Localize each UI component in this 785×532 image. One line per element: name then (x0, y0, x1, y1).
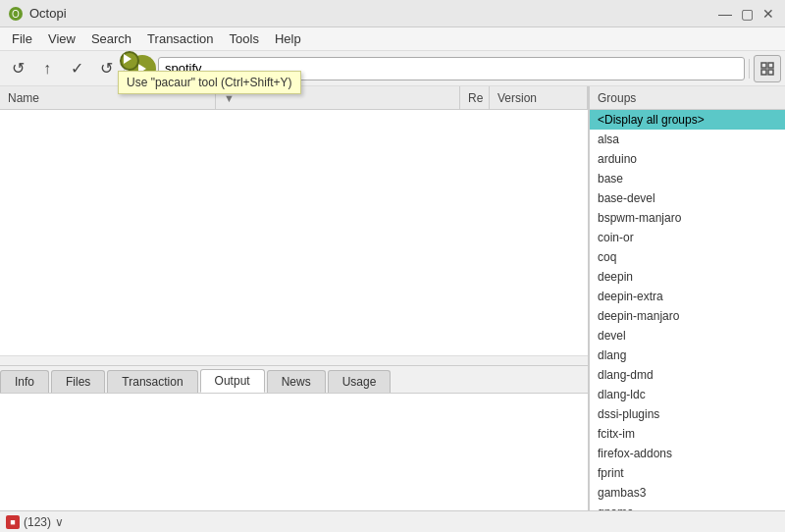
apply-button[interactable]: ✓ (63, 55, 90, 82)
groups-panel: Groups <Display all groups>alsaarduinoba… (589, 86, 785, 510)
play-icon-overlay (122, 53, 133, 65)
tab-transaction[interactable]: Transaction (107, 370, 197, 393)
group-item-5[interactable]: bspwm-manjaro (590, 208, 785, 228)
tab-output[interactable]: Output (200, 369, 265, 393)
group-item-15[interactable]: dssi-plugins (590, 404, 785, 424)
svg-rect-4 (768, 63, 773, 68)
grid-view-button[interactable] (754, 55, 781, 82)
svg-marker-7 (124, 54, 131, 64)
col-header-version: Version (490, 86, 588, 109)
group-item-6[interactable]: coin-or (590, 228, 785, 247)
svg-rect-6 (768, 70, 773, 75)
svg-rect-5 (761, 70, 766, 75)
group-item-13[interactable]: dlang-dmd (590, 365, 785, 385)
groups-header: Groups (590, 86, 785, 110)
menu-file[interactable]: File (4, 29, 40, 48)
menu-search[interactable]: Search (83, 29, 139, 48)
status-count: (123) (24, 515, 51, 529)
group-item-3[interactable]: base (590, 169, 785, 188)
tab-usage[interactable]: Usage (328, 370, 392, 393)
title-bar: O Octopi — ▢ ✕ (0, 0, 785, 27)
group-item-17[interactable]: firefox-addons (590, 444, 785, 463)
tab-files[interactable]: Files (51, 370, 105, 393)
group-item-4[interactable]: base-devel (590, 188, 785, 208)
bottom-tabs: Info Files Transaction Output News Usage (0, 365, 588, 393)
tab-info[interactable]: Info (0, 370, 49, 393)
status-bar: ■ (123) ∨ (0, 510, 785, 532)
package-list[interactable] (0, 110, 588, 355)
menu-transaction[interactable]: Transaction (139, 29, 221, 48)
group-item-8[interactable]: deepin (590, 267, 785, 287)
group-item-0[interactable]: <Display all groups> (590, 110, 785, 130)
menu-help[interactable]: Help (267, 29, 309, 48)
group-item-1[interactable]: alsa (590, 130, 785, 149)
app-icon: O (8, 6, 24, 22)
group-item-14[interactable]: dlang-ldc (590, 385, 785, 404)
group-item-11[interactable]: devel (590, 326, 785, 346)
menu-bar: File View Search Transaction Tools Help (0, 27, 785, 51)
title-bar-left: O Octopi (8, 6, 67, 22)
group-item-16[interactable]: fcitx-im (590, 424, 785, 444)
minimize-button[interactable]: — (716, 5, 734, 23)
window-controls: — ▢ ✕ (716, 5, 777, 23)
maximize-button[interactable]: ▢ (738, 5, 756, 23)
group-item-20[interactable]: gnome (590, 503, 785, 510)
group-item-7[interactable]: coq (590, 247, 785, 267)
group-item-2[interactable]: arduino (590, 149, 785, 169)
close-button[interactable]: ✕ (759, 5, 777, 23)
group-item-19[interactable]: gambas3 (590, 483, 785, 503)
group-item-18[interactable]: fprint (590, 463, 785, 483)
groups-list[interactable]: <Display all groups>alsaarduinobasebase-… (590, 110, 785, 510)
tooltip: Use "pacaur" tool (Ctrl+Shift+Y) (118, 71, 301, 94)
svg-text:O: O (12, 9, 20, 20)
refresh-button[interactable]: ↺ (4, 55, 31, 82)
h-scrollbar[interactable] (0, 355, 588, 365)
undo-button[interactable]: ↑ (33, 55, 61, 82)
toolbar-separator2 (749, 59, 750, 79)
status-icon: ■ (6, 515, 20, 529)
cursor-overlay (120, 51, 139, 71)
group-item-9[interactable]: deepin-extra (590, 287, 785, 306)
window-title: Octopi (29, 6, 67, 21)
status-arrow[interactable]: ∨ (55, 515, 64, 529)
col-header-re: Re (460, 86, 490, 109)
tab-content (0, 393, 588, 510)
group-item-12[interactable]: dlang (590, 346, 785, 365)
main-area: Name ▼ Re Version Info Files Transaction… (0, 86, 785, 510)
redo-button[interactable]: ↺ (92, 55, 120, 82)
menu-tools[interactable]: Tools (222, 29, 267, 48)
tab-news[interactable]: News (267, 370, 326, 393)
menu-view[interactable]: View (40, 29, 83, 48)
package-area: Name ▼ Re Version Info Files Transaction… (0, 86, 589, 510)
group-item-10[interactable]: deepin-manjaro (590, 306, 785, 326)
grid-icon (760, 62, 774, 76)
svg-rect-3 (761, 63, 766, 68)
